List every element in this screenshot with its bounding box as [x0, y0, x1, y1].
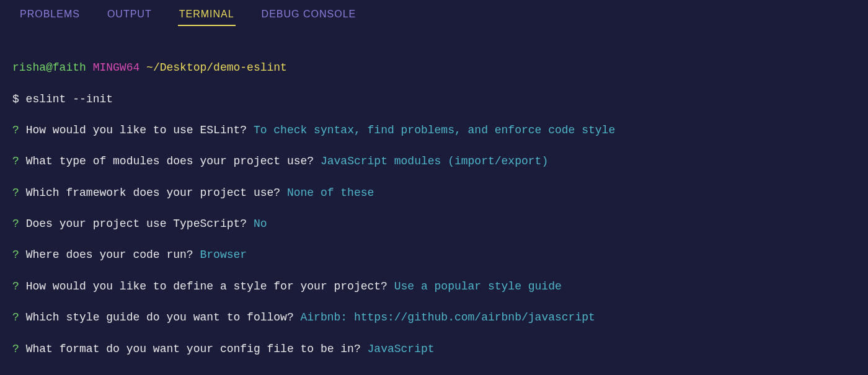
answer: No — [254, 218, 267, 230]
answer: Browser — [200, 249, 247, 261]
prompt-env: MINGW64 — [93, 61, 140, 74]
qa-line: ? How would you like to use ESLint? To c… — [12, 123, 856, 138]
qa-line: ? Where does your code run? Browser — [12, 247, 856, 263]
answer: Airbnb: https://github.com/airbnb/javasc… — [301, 311, 595, 324]
qmark-icon: ? — [12, 124, 19, 136]
answer: Use a popular style guide — [394, 280, 562, 293]
qa-line: ? What format do you want your config fi… — [12, 342, 856, 357]
tab-debug-console[interactable]: DEBUG CONSOLE — [260, 6, 358, 26]
qa-line: ? Does your project use TypeScript? No — [12, 216, 856, 232]
qmark-icon: ? — [12, 343, 19, 355]
prompt-user: risha@faith — [12, 61, 86, 74]
qmark-icon: ? — [12, 155, 19, 167]
answer: JavaScript — [368, 343, 435, 355]
question: Which style guide do you want to follow? — [26, 311, 294, 324]
tab-output[interactable]: OUTPUT — [106, 6, 153, 26]
qmark-icon: ? — [12, 187, 19, 199]
qmark-icon: ? — [12, 249, 19, 261]
qa-line: ? Which framework does your project use?… — [12, 185, 856, 201]
answer: JavaScript modules (import/export) — [321, 155, 548, 167]
terminal-output[interactable]: risha@faith MINGW64 ~/Desktop/demo-eslin… — [0, 26, 868, 375]
question: Where does your code run? — [26, 249, 193, 261]
qmark-icon: ? — [12, 311, 19, 324]
question: What type of modules does your project u… — [26, 155, 314, 167]
question: What format do you want your config file… — [26, 343, 361, 355]
question: How would you like to define a style for… — [26, 280, 388, 293]
command: eslint --init — [26, 93, 113, 105]
question: Which framework does your project use? — [26, 187, 280, 199]
prompt-line: risha@faith MINGW64 ~/Desktop/demo-eslin… — [12, 60, 856, 76]
question: Does your project use TypeScript? — [26, 218, 247, 230]
tab-terminal[interactable]: TERMINAL — [178, 6, 236, 26]
qa-line: ? How would you like to define a style f… — [12, 279, 856, 294]
qmark-icon: ? — [12, 280, 19, 293]
tab-problems[interactable]: PROBLEMS — [19, 6, 81, 26]
answer: None of these — [287, 187, 374, 199]
panel-tabs: PROBLEMS OUTPUT TERMINAL DEBUG CONSOLE — [0, 0, 868, 26]
qmark-icon: ? — [12, 218, 19, 230]
qa-line: ? Which style guide do you want to follo… — [12, 310, 856, 325]
qa-line: ? What type of modules does your project… — [12, 154, 856, 169]
answer: To check syntax, find problems, and enfo… — [254, 124, 615, 136]
question: How would you like to use ESLint? — [26, 124, 247, 136]
command-line: $ eslint --init — [12, 92, 856, 107]
cmd-prefix: $ — [12, 93, 26, 105]
info-line: Checking peerDependencies of eslint-conf… — [12, 373, 856, 375]
prompt-path: ~/Desktop/demo-eslint — [146, 61, 287, 74]
